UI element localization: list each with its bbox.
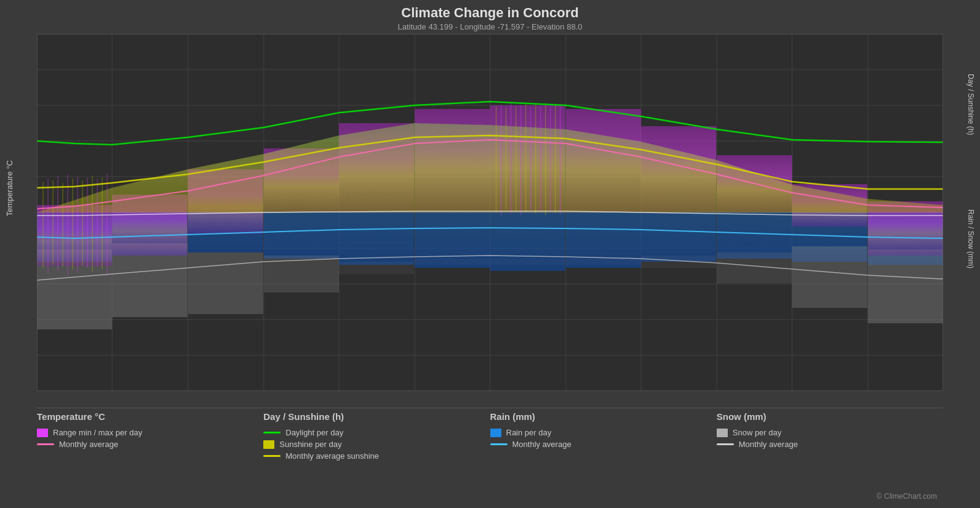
svg-rect-26 [264,212,339,259]
legend-item-sunshine-bar: Sunshine per day [263,440,490,449]
svg-rect-32 [717,212,792,259]
rain-avg-label: Monthly average [512,440,572,449]
legend-col-rain: Rain (mm) Rain per day Monthly average [490,406,717,502]
snow-swatch [717,429,728,437]
sunshine-avg-line [263,455,281,457]
svg-rect-41 [490,259,565,265]
snow-bar-label: Snow per day [733,428,782,437]
svg-rect-45 [792,246,867,308]
svg-rect-40 [415,259,490,265]
svg-rect-37 [188,252,263,314]
legend-item-daylight: Daylight per day [263,428,490,437]
legend-item-snow-avg: Monthly average [717,440,943,449]
rain-avg-line [490,443,508,445]
legend-item-temp-range: Range min / max per day [37,428,263,437]
legend-title-sunshine: Day / Sunshine (h) [263,411,490,422]
legend-title-temperature: Temperature °C [37,411,263,422]
copyright: © ClimeChart.com [877,492,937,501]
legend-title-rain: Rain (mm) [490,411,717,422]
temp-range-label: Range min / max per day [53,428,142,437]
snow-avg-label: Monthly average [739,440,798,449]
temp-avg-label: Monthly average [59,440,118,449]
y-axis-right-label-bottom: Rain / Snow (mm) [966,209,975,268]
sub-title: Latitude 43.199 - Longitude -71.597 - El… [0,22,980,31]
svg-rect-42 [566,259,641,265]
svg-rect-46 [868,249,943,323]
daylight-line [263,432,281,433]
legend-item-sunshine-avg: Monthly average sunshine [263,451,490,461]
main-title: Climate Change in Concord [0,5,980,21]
legend-item-rain-bar: Rain per day [490,428,717,437]
legend-col-temperature: Temperature °C Range min / max per day M… [37,406,263,502]
svg-rect-31 [641,212,716,262]
temp-avg-line [37,443,54,445]
legend-item-temp-avg: Monthly average [37,440,263,449]
daylight-label: Daylight per day [285,428,343,437]
rain-bar-label: Rain per day [506,428,552,437]
sunshine-swatch [263,440,274,449]
temp-range-swatch [37,429,48,437]
svg-rect-43 [641,256,716,268]
legend-col-snow: Snow (mm) Snow per day Monthly average [717,406,943,502]
sunshine-avg-label: Monthly average sunshine [285,451,379,461]
y-axis-left-label: Temperature °C [5,160,14,216]
legend-item-snow-bar: Snow per day [717,428,943,437]
y-axis-right-label-top: Day / Sunshine (h) [966,74,975,135]
sunshine-label: Sunshine per day [279,440,341,449]
svg-rect-39 [339,262,414,274]
legend-title-snow: Snow (mm) [717,411,943,422]
main-chart-svg: // This won't execute in SVG context, we… [37,34,943,391]
legend-item-rain-avg: Monthly average [490,440,717,449]
main-container: Climate Change in Concord Latitude 43.19… [0,0,980,508]
title-block: Climate Change in Concord Latitude 43.19… [0,5,980,31]
legend-col-sunshine: Day / Sunshine (h) Daylight per day Suns… [263,406,490,502]
snow-avg-line [717,443,734,445]
rain-swatch [490,429,501,437]
legend-area: Temperature °C Range min / max per day M… [37,406,943,502]
